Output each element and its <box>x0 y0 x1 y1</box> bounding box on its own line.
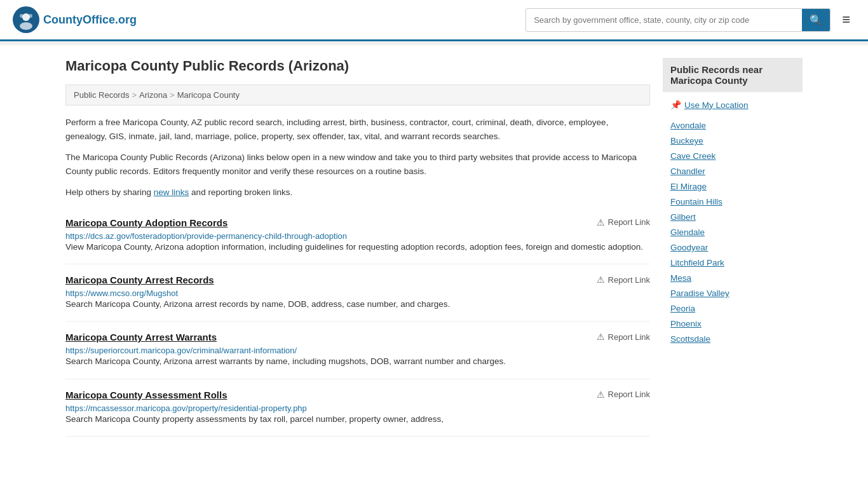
record-item-3: Maricopa County Assessment Rolls ⚠ Repor… <box>65 379 650 437</box>
sidebar-location: 📌 Use My Location <box>670 100 795 110</box>
sidebar-item-buckeye: Buckeye <box>670 133 795 148</box>
logo-svg <box>15 8 37 31</box>
intro-paragraph-1: Perform a free Maricopa County, AZ publi… <box>65 116 650 143</box>
logo-brand: CountyOffice <box>43 13 115 26</box>
record-title-2[interactable]: Maricopa County Arrest Warrants <box>65 332 217 342</box>
sidebar-heading-line1: Public Records near <box>670 64 795 75</box>
sidebar-heading-line2: Maricopa County <box>670 75 795 86</box>
sidebar-item-el-mirage: El Mirage <box>670 179 795 194</box>
search-bar: 🔍 <box>526 8 831 32</box>
breadcrumb-arizona[interactable]: Arizona <box>139 90 167 100</box>
breadcrumb-public-records[interactable]: Public Records <box>74 90 129 100</box>
sidebar-content: 📌 Use My Location Avondale Buckeye Cave … <box>663 95 803 351</box>
main-container: Maricopa County Public Records (Arizona)… <box>53 45 815 449</box>
breadcrumb-sep-1: > <box>132 90 137 100</box>
site-header: CountyOffice.org 🔍 ≡ <box>0 0 868 41</box>
report-link-label-0: Report Link <box>608 217 650 227</box>
record-item-0: Maricopa County Adoption Records ⚠ Repor… <box>65 207 650 264</box>
report-link-label-3: Report Link <box>608 390 650 399</box>
record-desc-0: View Maricopa County, Arizona adoption i… <box>65 241 650 254</box>
breadcrumb-maricopa: Maricopa County <box>177 90 240 100</box>
report-link-3[interactable]: ⚠ Report Link <box>597 390 650 400</box>
record-url-2[interactable]: https://superiorcourt.maricopa.gov/crimi… <box>65 346 297 355</box>
record-header-2: Maricopa County Arrest Warrants ⚠ Report… <box>65 332 650 342</box>
sidebar-item-cave-creek: Cave Creek <box>670 148 795 163</box>
svg-point-2 <box>20 22 32 30</box>
content-area: Maricopa County Public Records (Arizona)… <box>65 58 650 437</box>
report-link-label-2: Report Link <box>608 332 650 342</box>
header-right: 🔍 ≡ <box>526 8 855 32</box>
record-url-1[interactable]: https://www.mcso.org/Mugshot <box>65 288 178 298</box>
sidebar-item-chandler: Chandler <box>670 163 795 179</box>
sidebar-city-list: Avondale Buckeye Cave Creek Chandler El … <box>670 118 795 346</box>
sidebar-item-avondale: Avondale <box>670 118 795 133</box>
record-header-3: Maricopa County Assessment Rolls ⚠ Repor… <box>65 390 650 400</box>
record-url-3[interactable]: https://mcassessor.maricopa.gov/property… <box>65 403 307 413</box>
report-link-label-1: Report Link <box>608 275 650 285</box>
sidebar-header: Public Records near Maricopa County <box>663 58 803 92</box>
pin-icon: 📌 <box>670 100 681 110</box>
sidebar-item-paradise-valley: Paradise Valley <box>670 285 795 301</box>
breadcrumb: Public Records > Arizona > Maricopa Coun… <box>65 85 650 105</box>
intro3-post: and reporting broken links. <box>189 187 292 197</box>
breadcrumb-sep-2: > <box>170 90 175 100</box>
report-icon-1: ⚠ <box>597 274 605 285</box>
search-input[interactable] <box>526 10 802 30</box>
new-links-link[interactable]: new links <box>154 187 189 197</box>
record-url-0[interactable]: https://dcs.az.gov/fosteradoption/provid… <box>65 231 347 241</box>
sidebar-item-glendale: Glendale <box>670 224 795 240</box>
logo-icon <box>13 6 39 33</box>
record-title-1[interactable]: Maricopa County Arrest Records <box>65 274 214 285</box>
record-desc-1: Search Maricopa County, Arizona arrest r… <box>65 298 650 311</box>
sidebar-item-scottsdale: Scottsdale <box>670 331 795 346</box>
intro3-pre: Help others by sharing <box>65 187 154 197</box>
sidebar-item-gilbert: Gilbert <box>670 209 795 224</box>
record-header-0: Maricopa County Adoption Records ⚠ Repor… <box>65 217 650 228</box>
record-item-2: Maricopa County Arrest Warrants ⚠ Report… <box>65 322 650 379</box>
intro-paragraph-2: The Maricopa County Public Records (Ariz… <box>65 151 650 178</box>
sidebar-item-litchfield-park: Litchfield Park <box>670 255 795 270</box>
report-link-0[interactable]: ⚠ Report Link <box>597 217 650 227</box>
records-list: Maricopa County Adoption Records ⚠ Repor… <box>65 207 650 437</box>
sidebar: Public Records near Maricopa County 📌 Us… <box>663 58 803 437</box>
record-title-3[interactable]: Maricopa County Assessment Rolls <box>65 390 227 400</box>
sidebar-item-peoria: Peoria <box>670 301 795 316</box>
record-desc-3: Search Maricopa County property assessme… <box>65 413 650 426</box>
menu-button[interactable]: ≡ <box>837 9 855 30</box>
svg-point-4 <box>29 14 32 18</box>
search-button[interactable]: 🔍 <box>802 9 830 31</box>
sidebar-item-goodyear: Goodyear <box>670 240 795 255</box>
record-title-0[interactable]: Maricopa County Adoption Records <box>65 217 227 228</box>
sidebar-item-phoenix: Phoenix <box>670 316 795 331</box>
sidebar-item-fountain-hills: Fountain Hills <box>670 194 795 209</box>
report-link-1[interactable]: ⚠ Report Link <box>597 274 650 285</box>
logo-text: CountyOffice.org <box>43 13 137 27</box>
report-icon-3: ⚠ <box>597 390 605 400</box>
logo-tld: .org <box>115 13 137 26</box>
sidebar-item-mesa: Mesa <box>670 270 795 285</box>
report-icon-2: ⚠ <box>597 332 605 342</box>
record-desc-2: Search Maricopa County, Arizona arrest w… <box>65 355 650 368</box>
svg-point-1 <box>22 13 30 21</box>
svg-point-3 <box>20 14 24 18</box>
intro-paragraph-3: Help others by sharing new links and rep… <box>65 186 650 200</box>
record-item-1: Maricopa County Arrest Records ⚠ Report … <box>65 264 650 322</box>
record-header-1: Maricopa County Arrest Records ⚠ Report … <box>65 274 650 285</box>
use-my-location-link[interactable]: Use My Location <box>684 100 749 110</box>
page-title: Maricopa County Public Records (Arizona) <box>65 58 650 74</box>
logo-area: CountyOffice.org <box>13 6 137 33</box>
report-icon-0: ⚠ <box>597 217 605 227</box>
report-link-2[interactable]: ⚠ Report Link <box>597 332 650 342</box>
